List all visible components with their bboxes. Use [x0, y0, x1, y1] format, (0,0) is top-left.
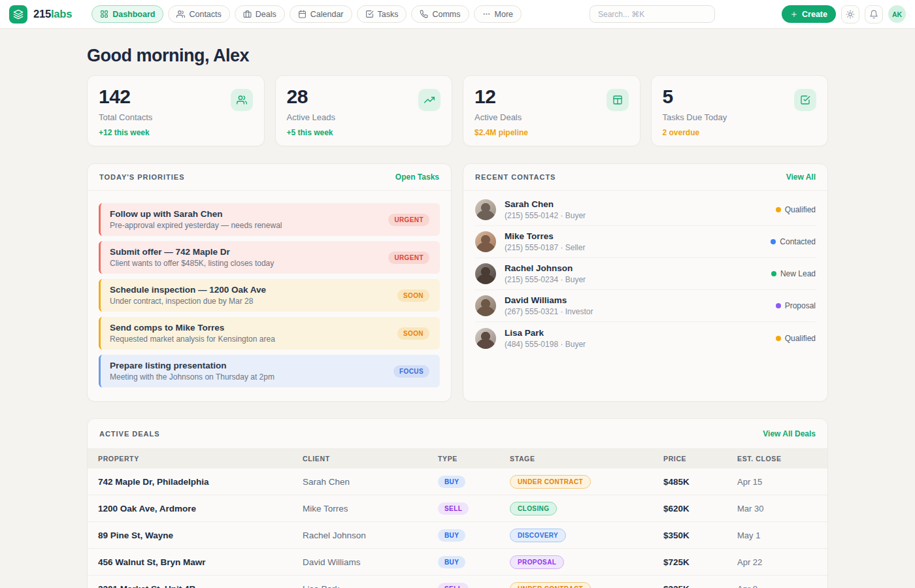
deal-close: Apr 15 [737, 477, 817, 487]
deal-client: Sarah Chen [303, 477, 438, 487]
deal-client: David Williams [303, 557, 438, 567]
search-input[interactable] [590, 5, 715, 23]
nav-tab-deals[interactable]: Deals [235, 5, 285, 23]
task-title: Send comps to Mike Torres [110, 323, 275, 333]
stat-card-active-leads[interactable]: 28 Active Leads +5 this week [275, 75, 453, 146]
table-row[interactable]: 742 Maple Dr, Philadelphia Sarah Chen BU… [88, 468, 827, 495]
stage-badge: PROPOSAL [510, 555, 564, 569]
panel-header: ACTIVE DEALS View All Deals [88, 419, 827, 448]
task-title: Follow up with Sarah Chen [110, 209, 282, 219]
stat-card-active-deals[interactable]: 12 Active Deals $2.4M pipeline [463, 75, 640, 146]
nav-label: Contacts [189, 10, 221, 19]
task-item[interactable]: Submit offer — 742 Maple Dr Client wants… [99, 241, 440, 274]
stat-label: Tasks Due Today [663, 112, 817, 122]
create-button[interactable]: Create [782, 5, 836, 23]
deal-price: $485K [663, 477, 737, 487]
panel-title: ACTIVE DEALS [99, 430, 160, 438]
nav-tab-dashboard[interactable]: Dashboard [92, 5, 163, 23]
task-desc: Client wants to offer $485K, listing clo… [110, 259, 274, 268]
task-list: Follow up with Sarah Chen Pre-approval e… [88, 191, 451, 387]
contact-detail: (215) 555-0234 · Buyer [505, 275, 763, 284]
task-item[interactable]: Send comps to Mike Torres Requested mark… [99, 317, 440, 350]
status-dot [771, 271, 776, 276]
open-tasks-link[interactable]: Open Tasks [395, 172, 439, 182]
notifications-button[interactable] [865, 5, 883, 24]
deal-property: 1200 Oak Ave, Ardmore [98, 504, 303, 514]
type-badge: BUY [438, 476, 465, 488]
stat-delta: $2.4M pipeline [474, 128, 629, 137]
priority-badge: URGENT [388, 214, 429, 226]
status-label: Qualified [785, 334, 816, 343]
contact-detail: (215) 555-0142 · Buyer [505, 211, 767, 220]
nav-tab-comms[interactable]: Comms [411, 5, 469, 23]
table-header-row: PROPERTY CLIENT TYPE STAGE PRICE EST. CL… [88, 448, 827, 468]
status-dot [776, 336, 781, 341]
nav-tab-contacts[interactable]: Contacts [168, 5, 229, 23]
theme-toggle-button[interactable] [841, 5, 859, 24]
contact-row[interactable]: Lisa Park (484) 555-0198 · Buyer Qualifi… [475, 322, 816, 354]
briefcase-icon [243, 10, 252, 18]
stat-card-total-contacts[interactable]: 142 Total Contacts +12 this week [87, 75, 265, 146]
table-row[interactable]: 89 Pine St, Wayne Rachel Johnson BUY DIS… [88, 522, 827, 549]
todays-priorities-panel: TODAY'S PRIORITIES Open Tasks Follow up … [87, 163, 452, 402]
nav-tab-more[interactable]: More [474, 5, 522, 23]
stat-value: 142 [99, 86, 253, 108]
contact-row[interactable]: Sarah Chen (215) 555-0142 · Buyer Qualif… [475, 194, 816, 226]
col-est-close: EST. CLOSE [737, 455, 817, 463]
task-item[interactable]: Schedule inspection — 1200 Oak Ave Under… [99, 279, 440, 312]
type-badge: BUY [438, 529, 465, 542]
view-all-link[interactable]: View All [786, 172, 816, 182]
deal-property: 742 Maple Dr, Philadelphia [98, 477, 303, 487]
active-deals-panel: ACTIVE DEALS View All Deals PROPERTY CLI… [87, 418, 828, 588]
task-desc: Meeting with the Johnsons on Thursday at… [110, 372, 274, 382]
user-avatar[interactable]: AK [888, 5, 906, 23]
contact-detail: (215) 555-0187 · Seller [505, 243, 762, 252]
calendar-icon [298, 10, 307, 18]
task-item[interactable]: Follow up with Sarah Chen Pre-approval e… [99, 203, 440, 236]
nav-tab-calendar[interactable]: Calendar [290, 5, 352, 23]
deal-client: Rachel Johnson [303, 531, 438, 540]
status-badge: Qualified [776, 334, 816, 343]
brand[interactable]: 215labs [9, 5, 72, 24]
stat-delta: +12 this week [99, 128, 253, 137]
plus-icon [790, 10, 798, 18]
stat-cards: 142 Total Contacts +12 this week 28 Acti… [87, 75, 828, 146]
stage-badge: UNDER CONTRACT [510, 582, 591, 588]
contact-row[interactable]: David Williams (267) 555-0321 · Investor… [475, 290, 816, 322]
task-item[interactable]: Prepare listing presentation Meeting wit… [99, 355, 440, 387]
nav-label: Tasks [378, 10, 399, 19]
priority-badge: SOON [397, 289, 429, 302]
task-title: Schedule inspection — 1200 Oak Ave [110, 285, 266, 295]
ellipsis-icon [482, 10, 491, 18]
deal-close: Mar 30 [737, 504, 817, 514]
contact-name: David Williams [505, 295, 767, 305]
avatar [475, 295, 496, 316]
header-actions: Create AK [782, 5, 906, 24]
stage-badge: CLOSING [510, 502, 557, 515]
col-property: PROPERTY [98, 455, 303, 463]
table-row[interactable]: 1200 Oak Ave, Ardmore Mike Torres SELL C… [88, 495, 827, 522]
contact-name: Sarah Chen [505, 199, 767, 209]
status-label: Qualified [785, 205, 816, 214]
create-label: Create [802, 10, 827, 19]
task-desc: Pre-approval expired yesterday — needs r… [110, 221, 282, 230]
table-row[interactable]: 456 Walnut St, Bryn Mawr David Williams … [88, 549, 827, 576]
table-row[interactable]: 2201 Market St, Unit 4B Lisa Park SELL U… [88, 576, 827, 588]
deal-close: Apr 22 [737, 557, 817, 567]
bell-icon [869, 10, 878, 19]
stat-card-tasks-due[interactable]: 5 Tasks Due Today 2 overdue [651, 75, 829, 146]
deal-client: Mike Torres [303, 504, 438, 514]
nav-label: Deals [256, 10, 276, 19]
contact-row[interactable]: Mike Torres (215) 555-0187 · Seller Cont… [475, 226, 816, 258]
priority-badge: FOCUS [393, 365, 429, 378]
nav-tab-tasks[interactable]: Tasks [357, 5, 407, 23]
contact-list: Sarah Chen (215) 555-0142 · Buyer Qualif… [463, 191, 827, 354]
contact-name: Mike Torres [505, 231, 762, 241]
contact-row[interactable]: Rachel Johnson (215) 555-0234 · Buyer Ne… [475, 258, 816, 290]
stage-badge: UNDER CONTRACT [510, 475, 591, 489]
stat-value: 5 [663, 86, 817, 108]
brand-name: 215labs [33, 8, 72, 20]
stat-label: Active Deals [474, 112, 629, 122]
deal-price: $350K [663, 531, 737, 540]
view-all-deals-link[interactable]: View All Deals [763, 429, 816, 438]
